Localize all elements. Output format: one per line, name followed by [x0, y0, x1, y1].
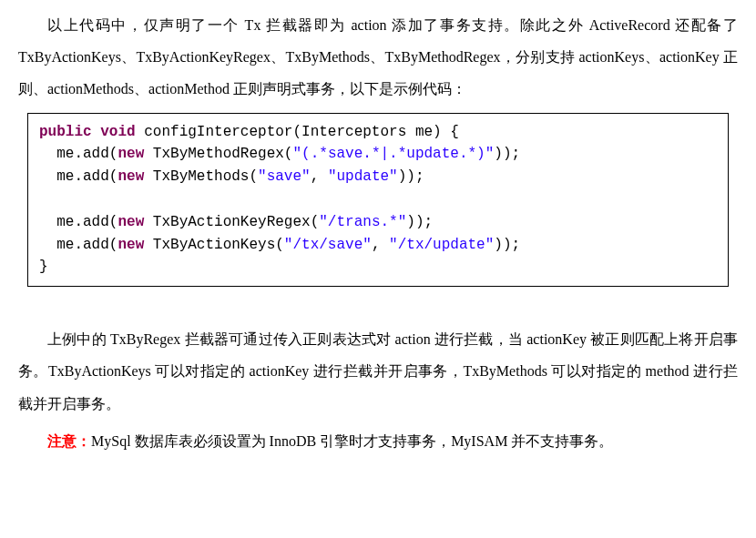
note-label: 注意：: [47, 433, 91, 449]
note-line: 注意：MySql 数据库表必须设置为 InnoDB 引擎时才支持事务，MyISA…: [18, 425, 738, 457]
string-literal: "/tx/update": [389, 237, 494, 253]
code-example: public void configInterceptor(Intercepto…: [27, 113, 729, 288]
string-literal: "(.*save.*|.*update.*)": [292, 146, 494, 162]
string-literal: "update": [328, 168, 398, 185]
keyword-new: new: [117, 168, 144, 185]
code-line-2c: ));: [398, 168, 424, 185]
keyword-new: new: [117, 146, 144, 162]
keyword-new: new: [117, 214, 144, 230]
keyword-new: new: [117, 237, 144, 253]
code-line-4a: me.add(: [39, 237, 117, 253]
code-line-3b: TxByActionKeyRegex(: [144, 214, 319, 230]
intro-paragraph: 以上代码中，仅声明了一个 Tx 拦截器即为 action 添加了事务支持。除此之…: [18, 9, 738, 106]
code-close: }: [39, 259, 48, 275]
explanation-paragraph: 上例中的 TxByRegex 拦截器可通过传入正则表达式对 action 进行拦…: [18, 323, 738, 420]
keyword-void: void: [100, 124, 135, 140]
note-text: MySql 数据库表必须设置为 InnoDB 引擎时才支持事务，MyISAM 并…: [91, 433, 613, 449]
string-literal: "/tx/save": [284, 237, 372, 253]
keyword-public: public: [39, 124, 92, 140]
code-line-1a: me.add(: [39, 146, 117, 162]
separator: ,: [311, 168, 328, 185]
separator: ,: [372, 237, 389, 253]
code-line-4c: ));: [494, 237, 520, 253]
string-literal: "/trans.*": [319, 214, 406, 230]
string-literal: "save": [258, 168, 311, 185]
code-line-2a: me.add(: [39, 168, 117, 185]
code-line-3c: ));: [406, 214, 433, 230]
code-line-1c: ));: [494, 146, 520, 162]
code-line-3a: me.add(: [39, 214, 117, 230]
code-line-2b: TxByMethods(: [144, 168, 258, 185]
function-signature: configInterceptor(Interceptors me) {: [136, 124, 459, 140]
code-line-4b: TxByActionKeys(: [144, 237, 284, 253]
code-line-1b: TxByMethodRegex(: [144, 146, 292, 162]
